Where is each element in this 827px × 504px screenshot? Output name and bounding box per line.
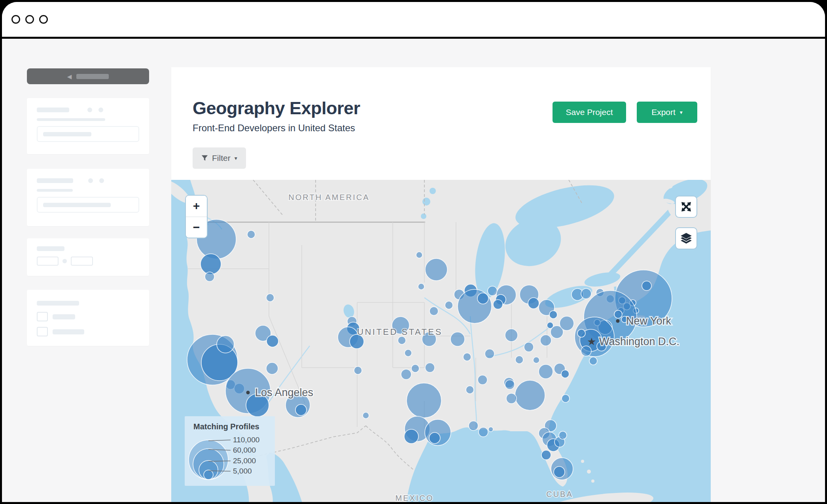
map-bubble[interactable] <box>485 349 494 359</box>
export-button[interactable]: Export ▾ <box>637 102 697 123</box>
map-bubble[interactable] <box>479 427 488 437</box>
screenshot-stage: ◀ <box>0 0 827 504</box>
map-bubble[interactable] <box>614 310 622 318</box>
map-svg: NORTH AMERICAUNITED STATESMEXICOCUBANew … <box>171 180 711 502</box>
zoom-in-button[interactable]: + <box>186 196 207 217</box>
map-bubble[interactable] <box>466 386 474 394</box>
map-bubble[interactable] <box>416 252 422 258</box>
map-bubble[interactable] <box>411 364 419 372</box>
save-project-button[interactable]: Save Project <box>553 102 626 123</box>
range-max-input[interactable] <box>71 257 93 266</box>
map-bubble[interactable] <box>418 283 424 290</box>
map-bubble[interactable] <box>515 356 523 364</box>
map-bubble[interactable] <box>407 383 441 418</box>
checkbox[interactable] <box>37 327 48 336</box>
sidebar-filter-card <box>27 98 149 154</box>
map-bubble[interactable] <box>201 254 221 274</box>
map-bubble[interactable] <box>425 363 435 372</box>
map-bubble[interactable] <box>505 380 515 389</box>
map-bubble[interactable] <box>589 357 597 365</box>
skeleton-input[interactable] <box>37 126 139 142</box>
layers-button[interactable] <box>675 227 697 249</box>
map-bubble[interactable] <box>577 329 585 337</box>
legend-value: 110,000 <box>233 436 259 444</box>
browser-window: ◀ <box>2 2 825 502</box>
map-bubble[interactable] <box>295 404 307 415</box>
map-bubble[interactable] <box>528 298 539 309</box>
window-control-maximize[interactable] <box>39 15 48 24</box>
map-bubble[interactable] <box>430 307 438 315</box>
map-bubble[interactable] <box>541 450 551 460</box>
skeleton-line <box>37 189 73 192</box>
save-project-label: Save Project <box>566 108 613 117</box>
map-bubble[interactable] <box>247 230 255 238</box>
map-bubble[interactable] <box>266 294 274 302</box>
map-bubble[interactable] <box>450 332 465 346</box>
map-bubble[interactable] <box>506 393 517 404</box>
map-bubble[interactable] <box>205 272 214 281</box>
skeleton-dot <box>88 178 93 183</box>
map-bubble[interactable] <box>539 364 553 379</box>
map-bubble[interactable] <box>642 281 651 291</box>
map-bubble[interactable] <box>398 336 406 344</box>
map-bubble[interactable] <box>478 375 487 385</box>
map-bubble[interactable] <box>547 322 553 328</box>
skeleton-label <box>37 301 79 306</box>
map-label: UNITED STATES <box>357 327 443 337</box>
map-bubble[interactable] <box>493 300 503 309</box>
map-bubble[interactable] <box>217 336 234 353</box>
map-label: New York <box>626 315 672 327</box>
browser-titlebar <box>2 2 825 39</box>
map-bubble[interactable] <box>363 412 369 419</box>
sidebar-filter-card <box>27 169 149 226</box>
map-bubble[interactable] <box>445 301 453 309</box>
map-bubble[interactable] <box>267 335 278 347</box>
map-bubble[interactable] <box>581 289 591 299</box>
map-bubble[interactable] <box>554 466 565 478</box>
map-bubble[interactable] <box>560 316 574 330</box>
map-label: NORTH AMERICA <box>288 193 369 202</box>
window-control-close[interactable] <box>11 15 20 24</box>
city-marker-dot <box>616 319 620 323</box>
map-bubble[interactable] <box>524 342 534 352</box>
map-bubble[interactable] <box>561 370 569 378</box>
map-bubble[interactable] <box>429 432 440 444</box>
map-bubble[interactable] <box>533 357 539 363</box>
map-canvas[interactable]: NORTH AMERICAUNITED STATESMEXICOCUBANew … <box>171 180 711 502</box>
skeleton-input[interactable] <box>37 197 139 213</box>
fullscreen-button[interactable] <box>675 196 697 218</box>
map-bubble[interactable] <box>463 353 471 361</box>
zoom-out-button[interactable]: − <box>186 217 207 238</box>
skeleton-label <box>37 108 69 112</box>
map-bubble[interactable] <box>477 293 488 304</box>
checkbox[interactable] <box>37 312 48 321</box>
map-bubble[interactable] <box>559 431 567 439</box>
legend-circle <box>204 470 213 479</box>
sidebar-collapse-button[interactable]: ◀ <box>27 68 149 84</box>
legend-leader-line <box>208 461 231 461</box>
map-bubble[interactable] <box>405 349 412 357</box>
map-bubble[interactable] <box>505 329 518 342</box>
filter-button[interactable]: Filter ▾ <box>193 147 246 169</box>
skeleton-label <box>37 246 64 251</box>
map-bubble[interactable] <box>540 335 551 346</box>
window-control-minimize[interactable] <box>25 15 34 24</box>
range-min-input[interactable] <box>37 257 59 266</box>
legend-title: Matching Profiles <box>193 422 259 431</box>
map-bubble[interactable] <box>354 366 362 374</box>
map-bubble[interactable] <box>266 362 278 374</box>
map-bubble[interactable] <box>488 427 493 432</box>
map-bubble[interactable] <box>488 286 497 296</box>
map-bubble[interactable] <box>515 380 545 410</box>
map-bubble[interactable] <box>425 259 447 281</box>
map-zoom-control: + − <box>185 195 208 238</box>
map-label: Washington D.C. <box>599 336 679 347</box>
map-bubble[interactable] <box>469 421 478 430</box>
map-bubble[interactable] <box>404 429 418 444</box>
page-title: Geography Explorer <box>193 98 711 119</box>
map-bubble[interactable] <box>401 369 411 379</box>
page-subtitle: Front-End Developers in United States <box>193 123 711 134</box>
map-bubble[interactable] <box>549 311 557 319</box>
map-bubble[interactable] <box>562 395 570 402</box>
filter-label: Filter <box>212 153 231 163</box>
